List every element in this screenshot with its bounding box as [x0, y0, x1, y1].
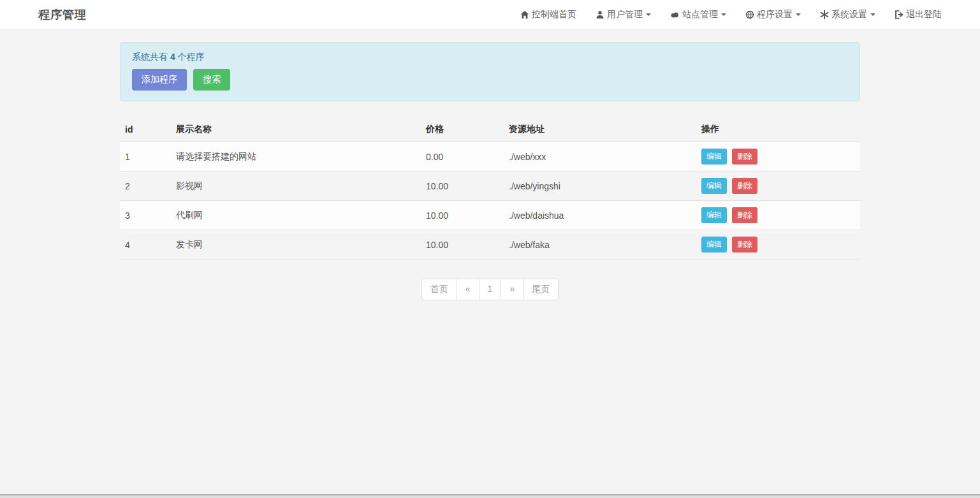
- pagination-area: 首页 « 1 » 尾页: [120, 279, 860, 300]
- cell-name: 发卡网: [171, 230, 421, 260]
- nav-label: 站点管理: [682, 9, 718, 20]
- header-url: 资源地址: [504, 117, 696, 142]
- nav-label: 程序设置: [757, 9, 793, 20]
- nav-item-user-management[interactable]: 用户管理: [596, 9, 651, 20]
- cell-url: ./web/yingshi: [504, 172, 696, 201]
- program-count: 4: [170, 52, 175, 62]
- cell-price: 10.00: [421, 172, 504, 201]
- table-row: 3 代刷网 10.00 ./web/daishua 编辑 删除: [120, 201, 860, 230]
- chevron-down-icon: [646, 13, 651, 16]
- cell-name: 影视网: [171, 172, 421, 201]
- table-row: 4 发卡网 10.00 ./web/faka 编辑 删除: [120, 230, 860, 260]
- cell-actions: 编辑 删除: [696, 172, 860, 201]
- nav-label: 用户管理: [607, 9, 643, 20]
- delete-button[interactable]: 删除: [732, 149, 757, 165]
- cell-actions: 编辑 删除: [696, 201, 860, 230]
- cell-url: ./web/daishua: [504, 201, 696, 230]
- cell-url: ./web/faka: [504, 230, 696, 260]
- add-program-button[interactable]: 添加程序: [132, 69, 187, 91]
- cell-url: ./web/xxx: [504, 142, 696, 172]
- nav-item-system-settings[interactable]: 系统设置: [820, 9, 875, 20]
- cell-id: 3: [120, 201, 171, 230]
- pagination: 首页 « 1 » 尾页: [421, 279, 559, 300]
- delete-button[interactable]: 删除: [732, 207, 757, 223]
- sign-out-icon: [895, 10, 903, 19]
- nav-item-site-management[interactable]: 站点管理: [670, 9, 726, 20]
- page-next[interactable]: »: [501, 279, 523, 300]
- delete-button[interactable]: 删除: [732, 178, 757, 194]
- page-prev[interactable]: «: [457, 279, 479, 300]
- nav-item-program-settings[interactable]: 程序设置: [745, 9, 801, 20]
- page-last[interactable]: 尾页: [523, 279, 559, 300]
- chevron-down-icon: [721, 13, 726, 16]
- edit-button[interactable]: 编辑: [701, 207, 727, 223]
- chevron-down-icon: [870, 13, 875, 16]
- edit-button[interactable]: 编辑: [701, 178, 727, 194]
- nav-label: 系统设置: [831, 9, 867, 20]
- edit-button[interactable]: 编辑: [701, 237, 727, 253]
- cell-price: 10.00: [421, 201, 504, 230]
- info-alert: 系统共有 4 个程序 添加程序 搜索: [120, 42, 860, 101]
- cell-actions: 编辑 删除: [696, 230, 860, 260]
- table-row: 2 影视网 10.00 ./web/yingshi 编辑 删除: [120, 172, 860, 201]
- nav-label: 控制端首页: [532, 9, 576, 20]
- cell-name: 请选择要搭建的网站: [171, 142, 421, 172]
- count-suffix: 个程序: [178, 52, 205, 62]
- cell-price: 0.00: [421, 142, 504, 172]
- header-price: 价格: [421, 117, 504, 142]
- count-prefix: 系统共有: [132, 52, 168, 62]
- user-icon: [596, 10, 604, 19]
- table-row: 1 请选择要搭建的网站 0.00 ./web/xxx 编辑 删除: [120, 142, 860, 172]
- programs-table: id 展示名称 价格 资源地址 操作 1 请选择要搭建的网站 0.00 ./we…: [120, 117, 860, 260]
- header-name: 展示名称: [171, 117, 421, 142]
- nav-item-control-home[interactable]: 控制端首页: [520, 9, 576, 20]
- edit-button[interactable]: 编辑: [701, 149, 727, 165]
- program-count-text: 系统共有 4 个程序: [132, 52, 848, 63]
- cell-id: 2: [120, 172, 171, 201]
- bottom-scrollbar: [0, 494, 980, 498]
- app-title: 程序管理: [38, 7, 87, 22]
- header-actions: 操作: [696, 117, 860, 142]
- cell-name: 代刷网: [171, 201, 421, 230]
- chevron-down-icon: [796, 13, 801, 16]
- cell-price: 10.00: [421, 230, 504, 260]
- main-nav: 控制端首页 用户管理 站点管理 程序设置: [501, 9, 942, 20]
- delete-button[interactable]: 删除: [732, 237, 757, 253]
- table-header-row: id 展示名称 价格 资源地址 操作: [120, 117, 860, 142]
- header-id: id: [120, 117, 171, 142]
- search-button[interactable]: 搜索: [193, 69, 230, 91]
- cell-actions: 编辑 删除: [696, 142, 860, 172]
- alert-buttons: 添加程序 搜索: [132, 69, 848, 91]
- page-1[interactable]: 1: [479, 279, 502, 300]
- asterisk-icon: [820, 10, 829, 19]
- home-icon: [520, 10, 529, 19]
- nav-label: 退出登陆: [906, 9, 942, 20]
- cell-id: 1: [120, 142, 171, 172]
- nav-item-logout[interactable]: 退出登陆: [895, 9, 942, 20]
- cell-id: 4: [120, 230, 171, 260]
- page-first[interactable]: 首页: [421, 279, 457, 300]
- top-navbar: 程序管理 控制端首页 用户管理 站点管理 程序设置: [0, 0, 980, 29]
- globe-icon: [745, 10, 754, 19]
- cloud-icon: [670, 10, 680, 19]
